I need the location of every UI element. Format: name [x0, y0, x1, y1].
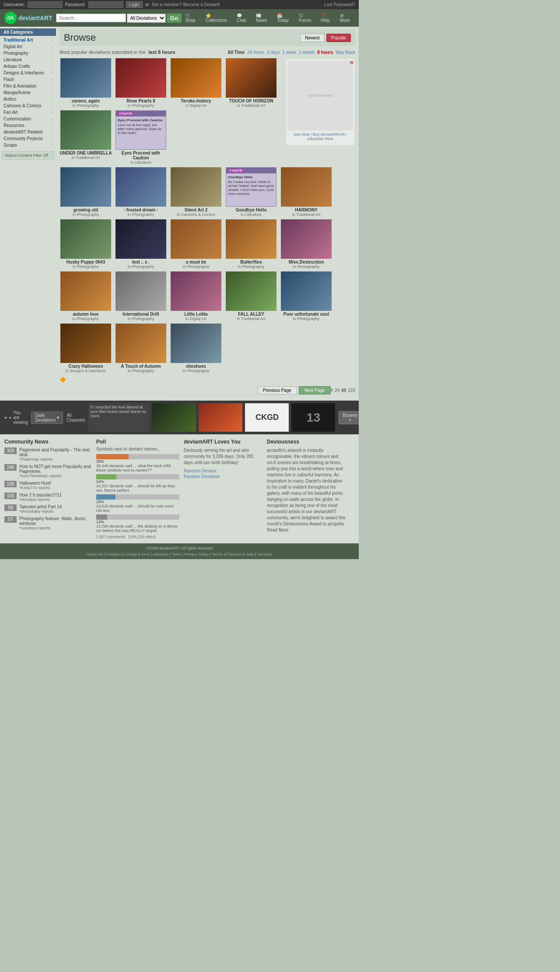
footer-advertise[interactable]: Advertise: [152, 552, 169, 556]
deviation-item[interactable]: growing old in Photography: [60, 167, 112, 217]
ad-buy-link[interactable]: Buy deviantWEAR: [313, 132, 345, 137]
deviation-item[interactable]: sheshoes in Photography: [170, 324, 222, 373]
logo[interactable]: dA deviantART: [4, 12, 52, 24]
nav-collections[interactable]: ⭐ Collections: [206, 13, 232, 23]
lost-password-link[interactable]: Lost Password?: [324, 2, 355, 7]
time-filter-wayback[interactable]: Way Back: [336, 50, 355, 55]
deviation-item[interactable]: UNDER ONE UMBRELLA in Traditional Art: [60, 110, 112, 165]
sidebar-item-film[interactable]: Film & Animation ›: [0, 83, 56, 89]
deviation-item[interactable]: Little Lolita in Digital Art: [170, 271, 222, 321]
sidebar-item-photography[interactable]: Photography ›: [0, 50, 56, 56]
sidebar-item-da-related[interactable]: deviantART Related ›: [0, 129, 56, 135]
footer-help[interactable]: Help & FAQ: [129, 552, 150, 556]
ad-close-button[interactable]: ✕: [350, 60, 354, 66]
daily-thumb-1[interactable]: [152, 403, 196, 432]
become-deviant-link[interactable]: Not a member? Become a Deviant!: [152, 2, 220, 7]
deviation-item[interactable]: Rose Pearls II in Photography: [115, 58, 167, 108]
deviation-item[interactable]: Teruko-history in Digital Art: [170, 58, 222, 108]
deviation-item-lit1[interactable]: CYANTRI Eyes Proceed with Caution Love n…: [115, 110, 167, 165]
deviation-item[interactable]: TOUCH OF HORIZON in Traditional Art: [225, 58, 277, 108]
news-text[interactable]: Halloween Hunt!: [19, 481, 51, 486]
deviation-item[interactable]: Husky Puppy 0643 in Photography: [60, 219, 112, 269]
footer-terms[interactable]: Terms of Service & Sale: [212, 552, 254, 556]
news-text[interactable]: Photography feature: Walls, doors, windo…: [19, 516, 92, 526]
deviation-item[interactable]: test .. x . in Photography: [115, 219, 167, 269]
sidebar-item-digital[interactable]: Digital Art ›: [0, 43, 56, 50]
deviation-item[interactable]: carano, again in Photography: [60, 58, 112, 108]
deviation-item[interactable]: Miss.Destruction in Photography: [280, 219, 332, 269]
sidebar-item-scraps[interactable]: Scraps ›: [0, 142, 56, 148]
deviation-item[interactable]: Crazy Halloween in Designs & Interfaces: [60, 324, 112, 373]
sidebar-item-flash[interactable]: Flash ›: [0, 76, 56, 83]
search-input[interactable]: [56, 14, 126, 22]
time-filter-8h[interactable]: 8 hours: [317, 50, 333, 55]
footer-about[interactable]: About Us: [87, 552, 103, 556]
nav-today[interactable]: 📅 Today: [277, 13, 294, 23]
deviation-item-lit2[interactable]: CYANTRI Goodbye Hello As I make my bed I…: [225, 167, 277, 217]
time-filter-alltime[interactable]: All Time: [228, 50, 245, 55]
deviation-item[interactable]: Poor unfortunate soul in Photography: [280, 271, 332, 321]
news-text[interactable]: How 2 b popularz!!!11: [19, 493, 62, 497]
all-channels-label[interactable]: All Channels: [66, 413, 85, 423]
footer-tools[interactable]: Tools: [172, 552, 181, 556]
sidebar-item-traditional[interactable]: Traditional Art ›: [0, 37, 56, 43]
sidebar-item-designs[interactable]: Designs & Interfaces ›: [0, 70, 56, 76]
ad-join-link[interactable]: Join Now: [293, 132, 309, 137]
time-filter-1w[interactable]: 1 week: [282, 50, 296, 55]
deviation-item[interactable]: Silent Art 2 in Cartoons & Comics: [170, 167, 222, 217]
sidebar-item-resources[interactable]: Resources ›: [0, 122, 56, 129]
sidebar-item-customization[interactable]: Customization ›: [0, 116, 56, 122]
sort-popular-button[interactable]: Popular: [326, 34, 351, 42]
next-page-button[interactable]: Next Page: [299, 386, 331, 394]
nav-news[interactable]: 📰 News: [256, 13, 273, 23]
ad-advertise-link[interactable]: Advertise Here: [307, 137, 333, 141]
nav-help[interactable]: ❓ Help: [321, 13, 336, 23]
time-filter-1m[interactable]: 1 month: [299, 50, 315, 55]
sidebar-item-fanart[interactable]: Fan Art ›: [0, 109, 56, 116]
deviation-item[interactable]: u must be in Photography: [170, 219, 222, 269]
search-go-button[interactable]: Go: [167, 14, 182, 23]
nav-chat[interactable]: 💬 Chat: [237, 13, 252, 23]
deviation-item[interactable]: A Touch of Autumn in Photography: [115, 324, 167, 373]
deviation-item[interactable]: International Drift in Photography: [115, 271, 167, 321]
search-category-select[interactable]: All Deviations: [127, 14, 166, 23]
deviation-item[interactable]: : frosted dream : in Photography: [115, 167, 167, 217]
daily-thumb-2[interactable]: [199, 403, 242, 432]
footer-privacy[interactable]: Privacy Policy: [184, 552, 209, 556]
mature-filter[interactable]: Mature Content Filter Off: [2, 151, 54, 160]
deviation-item[interactable]: HARMONY in Traditional Art: [280, 167, 332, 217]
sidebar-item-cartoons[interactable]: Cartoons & Comics ›: [0, 102, 56, 109]
sidebar-item-artisan[interactable]: Artisan Crafts ›: [0, 63, 56, 70]
daily-thumb-3[interactable]: CKGD: [245, 403, 289, 432]
time-filter-3d[interactable]: 3 days: [267, 50, 280, 55]
page-size-120[interactable]: 120: [348, 388, 355, 393]
sidebar-item-literature[interactable]: Literature ›: [0, 56, 56, 63]
page-size-24[interactable]: 24: [335, 388, 340, 393]
footer-services[interactable]: Services: [257, 552, 273, 556]
login-button[interactable]: Login: [126, 1, 143, 8]
sidebar-item-manga[interactable]: Manga/Anime ›: [0, 89, 56, 96]
news-text[interactable]: Talented artist Part 14: [19, 504, 62, 509]
prev-page-button[interactable]: Previous Page: [257, 386, 297, 394]
nav-shop[interactable]: 🛒 Shop: [185, 13, 201, 23]
deviation-item[interactable]: Butterflies in Photography: [225, 219, 277, 269]
page-size-60[interactable]: 60: [341, 388, 346, 393]
nav-forum[interactable]: 🗨 Forum: [299, 13, 316, 23]
daily-thumb-4[interactable]: 13: [291, 403, 335, 432]
sidebar-item-community[interactable]: Community Projects ›: [0, 135, 56, 142]
random-deviation-link[interactable]: Random Deviation: [184, 474, 262, 479]
username-input[interactable]: [28, 1, 63, 8]
password-input[interactable]: [88, 1, 123, 8]
sort-newest-button[interactable]: Newest: [300, 34, 324, 42]
sidebar-item-anthro[interactable]: Anthro ›: [0, 96, 56, 102]
time-filter-24h[interactable]: 24 hours: [247, 50, 264, 55]
daily-deviations-btn[interactable]: Daily Deviations ▾: [31, 412, 63, 424]
news-text[interactable]: How to NOT get more Popularity and Pagev…: [19, 464, 92, 474]
rss-icon[interactable]: 🔶: [60, 377, 66, 383]
daily-text-thumb[interactable]: If I recycled the love littered at your …: [88, 403, 150, 432]
nav-more[interactable]: ⚙ More: [340, 13, 354, 23]
daily-browse-button[interactable]: Browse »: [339, 411, 359, 424]
news-text[interactable]: Pageviews and Popularity - The real deal…: [19, 447, 92, 457]
footer-contact[interactable]: Contact Us: [106, 552, 126, 556]
random-deviant-link[interactable]: Random Deviant: [184, 468, 262, 473]
